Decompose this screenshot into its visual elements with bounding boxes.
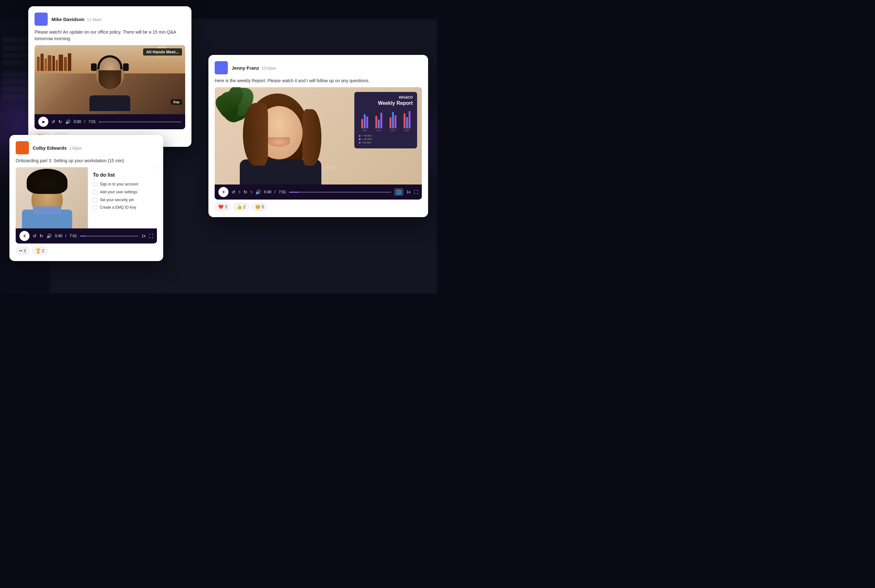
jenny-reactions: ❤️ 3 👍 2 😊 5 [215, 203, 422, 211]
mike-video-controls: ▶ ↺ ↻ 🔊 0:00 / 7:01 [35, 114, 185, 129]
jenny-time-current: 0:40 [264, 190, 271, 194]
mike-play-icon: ▶ [42, 120, 45, 124]
bar-w34-blue [392, 112, 394, 128]
jenny-thumbs-count: 2 [243, 204, 246, 209]
jenny-rewind-icon[interactable]: ↺ [232, 189, 236, 195]
bar-w35-red [404, 113, 405, 128]
colby-fullscreen-icon[interactable]: ⛶ [149, 234, 153, 238]
legend-dot-1 [359, 138, 360, 140]
jenny-rewind-label: 5 [239, 190, 240, 194]
colby-progress-fill [80, 236, 86, 237]
colby-volume-icon[interactable]: 🔊 [47, 234, 52, 238]
legend-dot-0 [359, 135, 360, 137]
jenny-reaction-heart[interactable]: ❤️ 3 [215, 203, 231, 211]
colby-trophy-emoji: 🏆 [36, 248, 41, 253]
mike-video-thumbnail: All Hands Meet... Sep [35, 45, 185, 114]
bar-label-w35: w35 [405, 129, 409, 132]
bar-w33-blue [378, 120, 380, 128]
colby-dots-count: 3 [24, 248, 26, 253]
jenny-globe-button[interactable]: 🌐 [394, 188, 403, 196]
legend-value-0: + 49.654 [362, 134, 372, 137]
jenny-fullscreen-icon[interactable]: ⛶ [414, 189, 418, 195]
card-jenny: Jenny Franz 10:03am Here is the weekly R… [209, 55, 428, 217]
colby-speed[interactable]: 1x [141, 234, 146, 238]
card-colby: Colby Edwards 1:50pm Onboarding part 3: … [9, 135, 163, 261]
mike-rewind-icon[interactable]: ↺ [51, 119, 55, 124]
todo-item-2: Set your security pin [93, 197, 152, 203]
colby-video-thumbnail: To do list Sign in to your account Add y… [16, 167, 157, 228]
bar-label-w32: w32 [362, 129, 367, 132]
legend-value-2: +54.864 [362, 141, 371, 144]
colby-reactions: •• 3 🏆 2 [16, 247, 157, 255]
todo-check-0[interactable] [93, 182, 97, 187]
legend-item-1: + 35.528 [359, 138, 413, 141]
mike-avatar [35, 12, 48, 26]
mike-time-current: 0:00 [74, 120, 81, 124]
colby-reaction-dots[interactable]: •• 3 [16, 247, 30, 255]
jenny-time-sep: / [275, 190, 276, 194]
mike-time-sep: / [84, 120, 85, 124]
todo-item-0: Sign in to your account [93, 182, 152, 187]
jenny-reaction-smile[interactable]: 😊 5 [252, 203, 268, 211]
bar-w33-purple [380, 112, 382, 128]
todo-check-1[interactable] [93, 190, 97, 195]
colby-avatar [16, 141, 29, 154]
todo-item-1: Add your user settings [93, 189, 152, 195]
jenny-video-container[interactable]: Cloud Sales AKG&CO Weekly Report w32 [215, 87, 422, 200]
colby-name: Colby Edwards [33, 145, 66, 151]
legend-item-0: + 49.654 [359, 134, 413, 137]
colby-trophy-count: 2 [42, 248, 45, 253]
jenny-smile-count: 5 [262, 204, 264, 209]
mike-progress-fill [99, 122, 101, 122]
mike-video-container[interactable]: All Hands Meet... Sep ▶ ↺ ↻ 🔊 0:00 / 7:0… [35, 45, 185, 129]
mike-volume-icon[interactable]: 🔊 [65, 119, 71, 124]
bar-w35-blue [406, 117, 408, 128]
card-mike: Mike Davidson 11:34am Please watch! An u… [28, 6, 191, 147]
jenny-speed[interactable]: 1x [407, 190, 411, 194]
jenny-time: 10:03am [262, 66, 276, 70]
mike-forward-icon[interactable]: ↻ [59, 119, 62, 124]
bar-w33-red [375, 116, 377, 128]
colby-dots-emoji: •• [19, 248, 22, 253]
bar-w32-purple [366, 116, 368, 128]
colby-rewind-icon[interactable]: ↺ [33, 234, 36, 238]
mike-progress-bar[interactable] [99, 122, 182, 122]
mike-time-duration: 7:01 [89, 120, 96, 124]
colby-time-sep: / [65, 234, 66, 238]
jenny-name: Jenny Franz [232, 65, 259, 70]
colby-todo-overlay: To do list Sign in to your account Add y… [88, 167, 157, 228]
legend-item-2: +54.864 [359, 141, 413, 144]
mike-play-button[interactable]: ▶ [38, 117, 48, 127]
jenny-chart-title: Weekly Report [359, 100, 413, 106]
bar-label-w34: w34 [390, 129, 395, 132]
jenny-chart-logo: AKG&CO [359, 96, 413, 99]
todo-text-3: Create a EMQ ID Key [100, 205, 136, 210]
bar-label-w33: w33 [376, 129, 381, 132]
jenny-thumbs-emoji: 👍 [237, 204, 242, 209]
bar-w34-red [389, 117, 391, 128]
colby-pause-button[interactable]: ⏸ [20, 231, 30, 241]
jenny-pause-icon: ⏸ [222, 190, 225, 194]
jenny-chart-legend: + 49.654 + 35.528 +54.864 [359, 134, 413, 144]
todo-check-2[interactable] [93, 198, 97, 202]
mike-video-label: Sep [171, 99, 182, 105]
colby-message: Onboarding part 3: Setting up your works… [16, 158, 157, 164]
jenny-forward-icon[interactable]: ↻ [243, 189, 247, 195]
colby-video-controls: ⏸ ↺ ↻ 🔊 0:40 / 7:01 1x ⛶ [16, 228, 157, 243]
colby-video-container[interactable]: To do list Sign in to your account Add y… [16, 167, 157, 243]
todo-check-3[interactable] [93, 206, 97, 210]
jenny-volume-icon[interactable]: 🔊 [255, 189, 261, 195]
jenny-pause-button[interactable]: ⏸ [218, 187, 228, 197]
colby-time: 1:50pm [69, 146, 82, 151]
colby-reaction-trophy[interactable]: 🏆 2 [32, 247, 48, 255]
todo-item-3: Create a EMQ ID Key [93, 205, 152, 210]
mike-video-overlay: All Hands Meet... [143, 48, 182, 56]
colby-forward-icon[interactable]: ↻ [39, 234, 43, 238]
colby-time-current: 0:40 [55, 234, 62, 238]
jenny-progress-fill [289, 192, 299, 193]
bar-w35-purple [409, 111, 411, 128]
jenny-progress-bar[interactable] [289, 192, 391, 193]
colby-progress-bar[interactable] [80, 236, 138, 237]
jenny-reaction-thumbs[interactable]: 👍 2 [233, 203, 249, 211]
jenny-time-duration: 7:01 [279, 190, 286, 194]
